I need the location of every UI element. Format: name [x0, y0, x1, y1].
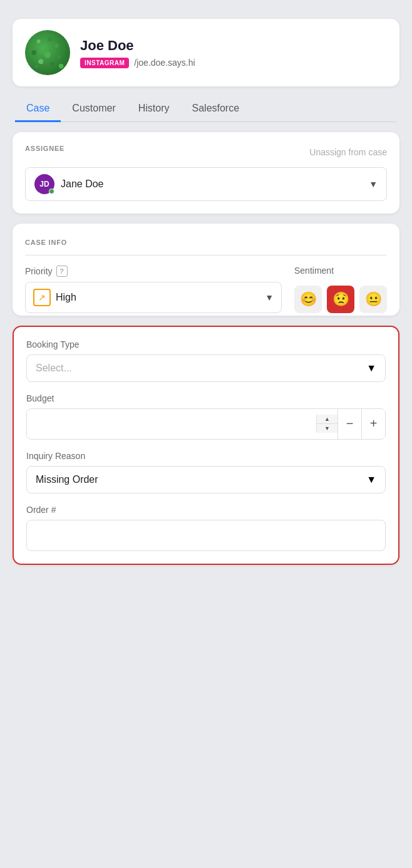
- budget-input[interactable]: [27, 411, 316, 437]
- inquiry-reason-chevron-icon: ▼: [366, 474, 376, 485]
- case-info-card: CASE INFO Priority ? ↗ High ▼ Sentiment: [13, 224, 399, 316]
- inquiry-reason-value: Missing Order: [36, 474, 98, 485]
- booking-type-placeholder: Select...: [36, 363, 72, 374]
- sentiment-column: Sentiment 😊 😟 😐: [294, 266, 387, 313]
- order-number-input[interactable]: [26, 520, 386, 551]
- sentiment-positive-button[interactable]: 😊: [294, 286, 322, 313]
- budget-label: Budget: [26, 393, 386, 403]
- arrow-up-right-icon: ↗: [38, 292, 46, 302]
- sentiment-negative-button[interactable]: 😟: [327, 286, 354, 313]
- booking-type-label: Booking Type: [26, 339, 386, 349]
- budget-minus-button[interactable]: −: [337, 409, 361, 439]
- assignee-card: ASSIGNEE Unassign from case JD Jane Doe …: [13, 132, 399, 214]
- sentiment-buttons: 😊 😟 😐: [294, 286, 387, 313]
- assignee-header: ASSIGNEE Unassign from case: [25, 145, 387, 160]
- priority-sentiment-row: Priority ? ↗ High ▼ Sentiment 😊 😟: [25, 266, 387, 313]
- budget-plus-button[interactable]: +: [361, 409, 385, 439]
- priority-value: High: [56, 292, 260, 303]
- divider: [25, 255, 387, 256]
- inquiry-reason-group: Inquiry Reason Missing Order ▼: [26, 451, 386, 493]
- tab-case[interactable]: Case: [15, 96, 61, 122]
- priority-label: Priority ?: [25, 266, 282, 277]
- budget-input-row: ▲ ▼ − +: [26, 408, 386, 440]
- online-status-dot: [49, 189, 54, 194]
- tab-history[interactable]: History: [127, 96, 181, 122]
- sentiment-neutral-button[interactable]: 😐: [359, 286, 387, 313]
- profile-handle: /joe.doe.says.hi: [134, 58, 195, 68]
- sentiment-label-text: Sentiment: [294, 266, 334, 276]
- unassign-link[interactable]: Unassign from case: [309, 147, 387, 157]
- profile-card: Joe Doe INSTAGRAM /joe.doe.says.hi: [13, 19, 399, 86]
- profile-info: Joe Doe INSTAGRAM /joe.doe.says.hi: [80, 38, 195, 68]
- priority-label-text: Priority: [25, 266, 53, 276]
- assignee-initials: JD: [39, 180, 49, 189]
- tabs-container: Case Customer History Salesforce: [13, 96, 399, 122]
- priority-help-icon[interactable]: ?: [56, 266, 68, 277]
- booking-type-chevron-icon: ▼: [366, 363, 376, 374]
- tab-customer[interactable]: Customer: [61, 96, 126, 122]
- chevron-down-icon: ▼: [369, 179, 378, 189]
- order-number-group: Order #: [26, 505, 386, 551]
- assignee-name: Jane Doe: [61, 178, 363, 190]
- inquiry-reason-label: Inquiry Reason: [26, 451, 386, 461]
- budget-stepper: ▲ ▼: [316, 415, 337, 433]
- profile-meta: INSTAGRAM /joe.doe.says.hi: [80, 58, 195, 68]
- order-number-label: Order #: [26, 505, 386, 515]
- profile-name: Joe Doe: [80, 38, 195, 54]
- instagram-badge: INSTAGRAM: [80, 58, 129, 68]
- budget-group: Budget ▲ ▼ − +: [26, 393, 386, 440]
- booking-type-group: Booking Type Select... ▼: [26, 339, 386, 382]
- assignee-avatar: JD: [34, 174, 54, 194]
- priority-dropdown[interactable]: ↗ High ▼: [25, 282, 282, 313]
- stepper-up-icon[interactable]: ▲: [317, 415, 337, 424]
- stepper-down-icon[interactable]: ▼: [317, 424, 337, 433]
- sentiment-label: Sentiment: [294, 266, 387, 276]
- main-container: Joe Doe INSTAGRAM /joe.doe.says.hi Case …: [13, 19, 399, 565]
- booking-type-dropdown[interactable]: Select... ▼: [26, 354, 386, 382]
- tabs: Case Customer History Salesforce: [15, 96, 397, 122]
- priority-chevron-icon: ▼: [265, 292, 274, 302]
- tab-salesforce[interactable]: Salesforce: [181, 96, 251, 122]
- assignee-dropdown[interactable]: JD Jane Doe ▼: [25, 167, 387, 201]
- inquiry-reason-dropdown[interactable]: Missing Order ▼: [26, 466, 386, 493]
- priority-column: Priority ? ↗ High ▼: [25, 266, 282, 313]
- case-info-section-label: CASE INFO: [25, 239, 67, 246]
- assignee-section-label: ASSIGNEE: [25, 145, 64, 152]
- avatar: [25, 30, 70, 75]
- priority-arrow-icon: ↗: [33, 289, 51, 306]
- booking-section-card: Booking Type Select... ▼ Budget ▲ ▼ − + …: [13, 326, 399, 565]
